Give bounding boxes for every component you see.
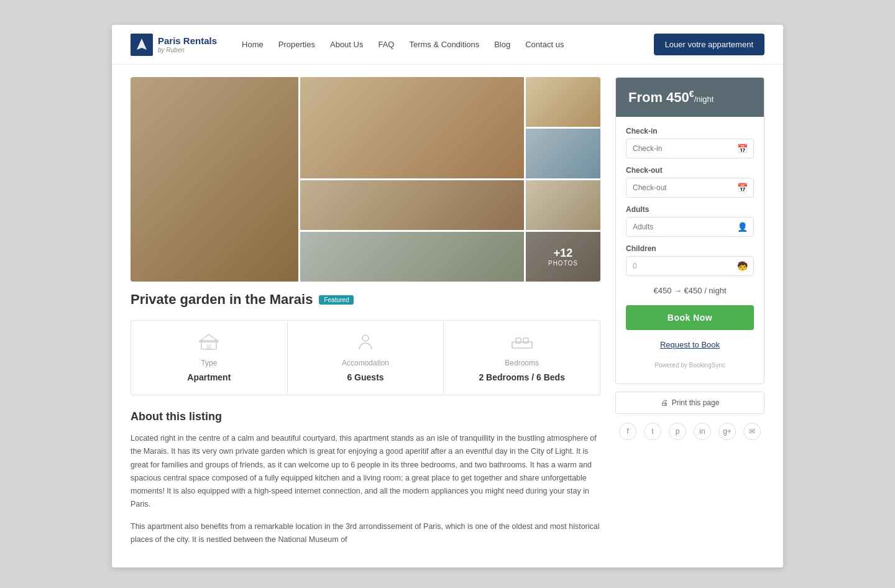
pinterest-icon[interactable]: p: [669, 423, 686, 440]
svg-rect-5: [512, 342, 532, 348]
adults-input[interactable]: [626, 217, 754, 237]
photo-2[interactable]: [300, 77, 524, 178]
photo-7[interactable]: [300, 232, 524, 282]
powered-by: Powered by BookingSync: [626, 359, 754, 374]
photos-label: PHOTOS: [548, 260, 578, 267]
booking-body: Check-in 📅 Check-out 📅: [616, 117, 764, 384]
property-title-area: Private garden in the Marais Featured: [131, 292, 600, 308]
checkin-group: Check-in 📅: [626, 127, 754, 158]
photo-4[interactable]: [526, 129, 600, 178]
header: Paris Rentals by Ruben Home Properties A…: [112, 25, 783, 65]
photos-count-overlay: +12 PHOTOS: [526, 232, 600, 282]
checkout-input[interactable]: [626, 178, 754, 198]
photos-extra-count: +12: [554, 247, 573, 260]
calendar-icon-checkin: 📅: [737, 144, 748, 154]
photo-3[interactable]: [526, 77, 600, 127]
checkout-label: Check-out: [626, 166, 754, 175]
louer-button[interactable]: Louer votre appartement: [654, 34, 764, 55]
book-now-button[interactable]: Book Now: [626, 305, 754, 330]
nav-about[interactable]: About Us: [330, 40, 363, 49]
about-title: About this listing: [131, 410, 600, 423]
nav-blog[interactable]: Blog: [494, 40, 510, 49]
adults-input-wrap: 👤: [626, 217, 754, 237]
info-box-bedrooms: Bedrooms 2 Bedrooms / 6 Beds: [444, 321, 600, 395]
request-to-book-button[interactable]: Request to Book: [626, 338, 754, 352]
children-label: Children: [626, 244, 754, 253]
adults-group: Adults 👤: [626, 205, 754, 237]
nav-home[interactable]: Home: [242, 40, 264, 49]
price-from: From 450: [628, 90, 689, 105]
main-content: +12 PHOTOS Private garden in the Marais …: [112, 65, 783, 567]
photo-1[interactable]: [131, 77, 298, 282]
svg-point-4: [362, 335, 369, 341]
print-label: Print this page: [672, 398, 720, 407]
twitter-icon[interactable]: t: [644, 423, 661, 440]
type-icon: [199, 333, 219, 354]
children-input-wrap: 🧒: [626, 256, 754, 276]
price-display: From 450€/night: [628, 89, 751, 106]
page-wrapper: Paris Rentals by Ruben Home Properties A…: [112, 25, 783, 567]
nav-faq[interactable]: FAQ: [378, 40, 394, 49]
checkout-input-wrap: 📅: [626, 178, 754, 198]
logo-icon: [131, 34, 153, 56]
featured-badge: Featured: [319, 295, 354, 305]
property-title: Private garden in the Marais: [131, 292, 313, 308]
email-icon[interactable]: ✉: [743, 423, 761, 440]
photo-more[interactable]: +12 PHOTOS: [526, 232, 600, 282]
info-boxes: Type Apartment Accomodation 6 Guests: [131, 320, 600, 395]
googleplus-icon[interactable]: g+: [718, 423, 736, 440]
checkout-group: Check-out 📅: [626, 166, 754, 198]
about-text-1: Located right in the centre of a calm an…: [131, 432, 600, 512]
photo-6[interactable]: [526, 180, 600, 230]
right-column: From 450€/night Check-in 📅 Check-out: [615, 77, 764, 555]
calendar-icon-checkout: 📅: [737, 183, 748, 193]
nav-contact[interactable]: Contact us: [525, 40, 564, 49]
logo[interactable]: Paris Rentals by Ruben: [131, 34, 217, 56]
print-button[interactable]: 🖨 Print this page: [615, 392, 764, 414]
logo-subtitle: by Ruben: [158, 47, 217, 54]
adults-label: Adults: [626, 205, 754, 214]
left-column: +12 PHOTOS Private garden in the Marais …: [131, 77, 600, 555]
accomodation-icon: [356, 333, 375, 354]
checkin-label: Check-in: [626, 127, 754, 136]
svg-rect-7: [523, 338, 528, 343]
photo-grid: +12 PHOTOS: [131, 77, 600, 282]
info-box-accomodation: Accomodation 6 Guests: [288, 321, 444, 395]
person-icon: 👤: [737, 222, 748, 232]
nav-properties[interactable]: Properties: [278, 40, 315, 49]
logo-text: Paris Rentals by Ruben: [158, 35, 217, 54]
svg-rect-6: [516, 338, 521, 343]
booking-header: From 450€/night: [616, 78, 764, 117]
linkedin-icon[interactable]: in: [694, 423, 711, 440]
about-text-2: This apartment also benefits from a rema…: [131, 520, 600, 547]
checkin-input-wrap: 📅: [626, 139, 754, 158]
nav-terms[interactable]: Terms & Conditions: [409, 40, 479, 49]
checkin-input[interactable]: [626, 139, 754, 158]
logo-title: Paris Rentals: [158, 35, 217, 47]
accomodation-value: 6 Guests: [347, 372, 383, 382]
bedrooms-icon: [511, 333, 533, 354]
svg-rect-3: [206, 344, 211, 349]
info-box-type: Type Apartment: [131, 321, 288, 395]
bedrooms-label: Bedrooms: [505, 359, 539, 367]
type-value: Apartment: [187, 372, 231, 382]
price-summary: €450 → €450 / night: [626, 283, 754, 298]
svg-marker-0: [137, 39, 147, 50]
children-input[interactable]: [626, 256, 754, 276]
type-label: Type: [201, 359, 217, 367]
child-icon: 🧒: [737, 261, 748, 271]
print-icon: 🖨: [661, 398, 668, 407]
photo-5[interactable]: [300, 180, 524, 230]
accomodation-label: Accomodation: [342, 359, 389, 367]
children-group: Children 🧒: [626, 244, 754, 276]
per-night: /night: [694, 94, 714, 104]
booking-widget: From 450€/night Check-in 📅 Check-out: [615, 77, 764, 384]
bedrooms-value: 2 Bedrooms / 6 Beds: [479, 372, 565, 382]
social-icons: f t p in g+ ✉: [615, 423, 764, 440]
currency-symbol: €: [689, 89, 694, 99]
main-nav: Home Properties About Us FAQ Terms & Con…: [242, 40, 654, 49]
facebook-icon[interactable]: f: [619, 423, 636, 440]
